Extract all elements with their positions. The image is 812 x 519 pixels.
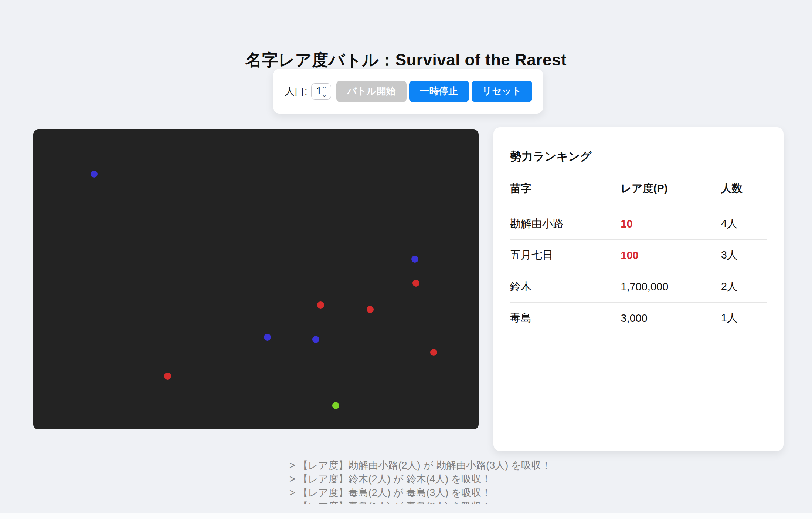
column-header-surname: 苗字	[510, 176, 621, 208]
column-header-rarity: レア度(P)	[621, 176, 721, 208]
population-dot	[411, 256, 418, 263]
ranking-table-body: 勘解由小路104人五月七日1003人鈴木1,700,0002人毒島3,0001人	[510, 208, 767, 334]
reset-button[interactable]: リセット	[472, 81, 532, 102]
rarity-cell: 3,000	[621, 303, 721, 334]
stepper-icons[interactable]: ⌃ ⌄	[322, 86, 327, 97]
population-dot	[332, 402, 339, 409]
column-header-count: 人数	[721, 176, 767, 208]
table-row: 五月七日1003人	[510, 240, 767, 271]
rarity-cell: 100	[621, 240, 721, 271]
population-dot	[317, 301, 324, 309]
population-dot	[91, 171, 98, 178]
battle-canvas	[33, 129, 479, 429]
rarity-cell: 1,700,000	[621, 271, 721, 303]
log-line: > 【レア度】毒島(1人) が 毒島(2人) を吸収！	[289, 500, 548, 504]
population-dot	[367, 306, 374, 313]
stepper-down-icon[interactable]: ⌄	[322, 92, 327, 97]
count-cell: 4人	[721, 208, 767, 240]
table-header-row: 苗字 レア度(P) 人数	[510, 176, 767, 208]
ranking-table: 苗字 レア度(P) 人数 勘解由小路104人五月七日1003人鈴木1,700,0…	[510, 176, 767, 334]
count-cell: 1人	[721, 303, 767, 334]
ranking-heading: 勢力ランキング	[510, 149, 767, 164]
population-input[interactable]	[316, 85, 322, 97]
surname-cell: 勘解由小路	[510, 208, 621, 240]
log-line: > 【レア度】勘解由小路(2人) が 勘解由小路(3人) を吸収！	[289, 459, 548, 472]
table-row: 勘解由小路104人	[510, 208, 767, 240]
population-dot	[430, 349, 437, 356]
population-dot	[312, 336, 319, 343]
surname-cell: 毒島	[510, 303, 621, 334]
page-title: 名字レア度バトル：Survival of the Rarest	[0, 49, 812, 71]
table-row: 鈴木1,700,0002人	[510, 271, 767, 303]
control-panel: 人口: ⌃ ⌄ バトル開始 一時停止 リセット	[273, 69, 543, 114]
log-line: > 【レア度】毒島(2人) が 毒島(3人) を吸収！	[289, 486, 548, 500]
rarity-cell: 10	[621, 208, 721, 240]
surname-cell: 五月七日	[510, 240, 621, 271]
battle-log: > 【レア度】勘解由小路(2人) が 勘解由小路(3人) を吸収！> 【レア度】…	[289, 459, 548, 504]
population-dot	[412, 280, 419, 287]
stepper-up-icon[interactable]: ⌃	[322, 86, 327, 91]
bottom-strip	[0, 513, 812, 519]
app-root: 名字レア度バトル：Survival of the Rarest 人口: ⌃ ⌄ …	[0, 0, 812, 519]
population-dot	[164, 373, 171, 380]
ranking-panel: 勢力ランキング 苗字 レア度(P) 人数 勘解由小路104人五月七日1003人鈴…	[493, 127, 784, 451]
pause-button[interactable]: 一時停止	[409, 81, 469, 102]
population-label: 人口:	[285, 85, 308, 98]
table-row: 毒島3,0001人	[510, 303, 767, 334]
log-line: > 【レア度】鈴木(2人) が 鈴木(4人) を吸収！	[289, 472, 548, 486]
population-stepper[interactable]: ⌃ ⌄	[311, 83, 331, 100]
surname-cell: 鈴木	[510, 271, 621, 303]
battle-start-button[interactable]: バトル開始	[336, 81, 407, 102]
count-cell: 3人	[721, 240, 767, 271]
population-dot	[264, 334, 271, 341]
count-cell: 2人	[721, 271, 767, 303]
